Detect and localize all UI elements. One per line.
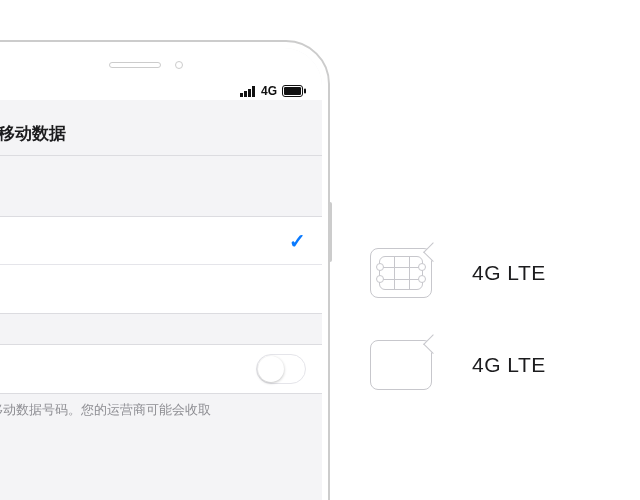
page-header: 蜂窝移动数据 — [0, 100, 322, 156]
device-top — [0, 48, 322, 82]
line-row[interactable]: 19 ✓ — [0, 217, 322, 265]
toggle-row[interactable]: 据 — [0, 345, 322, 393]
speaker-grille — [109, 62, 161, 68]
page-title: 蜂窝移动数据 — [0, 122, 306, 145]
svg-rect-2 — [248, 89, 251, 97]
svg-rect-1 — [244, 91, 247, 97]
section-footer: 蜂窝移动数据号码。您的运营商可能会收取 — [0, 394, 322, 427]
svg-rect-3 — [252, 86, 255, 97]
sim-card-icon — [370, 248, 432, 298]
battery-icon — [282, 85, 306, 97]
front-camera — [175, 61, 183, 69]
sim-physical-block: 4G LTE — [370, 248, 546, 298]
sim-esim-label: 4G LTE — [472, 353, 546, 377]
network-label: 4G — [261, 84, 277, 98]
sim-esim-block: 4G LTE — [370, 340, 546, 390]
checkmark-icon: ✓ — [289, 229, 306, 253]
status-bar: 4G — [0, 82, 322, 100]
section-gap — [0, 156, 322, 216]
section-gap — [0, 314, 322, 344]
svg-rect-5 — [284, 87, 301, 95]
sim-physical-label: 4G LTE — [472, 261, 546, 285]
line-row[interactable]: 23 — [0, 265, 322, 313]
toggle-list: 据 — [0, 344, 322, 394]
side-button — [328, 202, 332, 262]
signal-icon — [240, 86, 256, 97]
toggle-switch[interactable] — [256, 354, 306, 384]
phone-screen: 4G 蜂窝移动数据 19 ✓ 23 — [0, 48, 322, 500]
svg-rect-0 — [240, 93, 243, 97]
line-list: 19 ✓ 23 — [0, 216, 322, 314]
esim-card-icon — [370, 340, 432, 390]
sim-chip-icon — [379, 256, 423, 290]
toggle-knob — [258, 356, 284, 382]
phone-frame: 4G 蜂窝移动数据 19 ✓ 23 — [0, 40, 330, 500]
svg-rect-6 — [304, 89, 306, 94]
